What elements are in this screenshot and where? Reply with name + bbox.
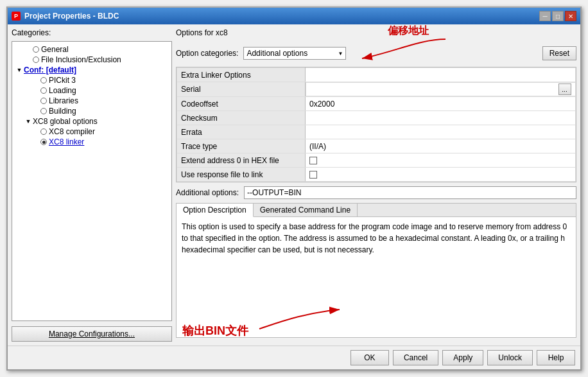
apply-button[interactable]: Apply	[442, 350, 483, 365]
help-button[interactable]: Help	[537, 350, 575, 365]
description-content: This option is used to specify a base ad…	[177, 217, 576, 337]
tree-radio-libraries	[40, 98, 47, 104]
window-title: Project Properties - BLDC	[24, 12, 119, 21]
ok-button[interactable]: OK	[350, 350, 389, 365]
categories-label: Categories:	[12, 28, 172, 37]
tree-radio-file-inclusion	[33, 57, 39, 63]
expand-conf: ▼	[15, 66, 24, 75]
tree-label-libraries: Libraries	[49, 96, 78, 105]
expand-placeholder-xc8l	[31, 137, 40, 146]
left-panel: Categories: General File Inclusion/Exclu…	[12, 28, 172, 342]
extend-addr-checkbox[interactable]	[309, 157, 317, 164]
expand-placeholder-p3	[31, 76, 40, 85]
content-area: Categories: General File Inclusion/Exclu…	[8, 24, 580, 346]
desc-tabs: Option Description Generated Command Lin…	[177, 204, 576, 217]
options-table: Extra Linker Options Serial ... Codeoffs…	[176, 67, 576, 182]
extend-addr-checkbox-cell	[309, 157, 571, 164]
table-row-response-file: Use response file to link	[177, 168, 576, 182]
dropdown-value: Additional options	[246, 49, 307, 58]
tree-label-xc8-global: XC8 global options	[33, 117, 98, 126]
tree-item-file-inclusion[interactable]: File Inclusion/Exclusion	[13, 55, 170, 65]
close-button[interactable]: ✕	[565, 11, 576, 21]
main-window: P Project Properties - BLDC ─ □ ✕ Catego…	[6, 6, 582, 371]
options-for-title: Options for xc8	[176, 28, 576, 37]
bottom-bar: OK Cancel Apply Unlock Help	[8, 346, 580, 369]
expand-placeholder	[24, 45, 33, 54]
tree-item-conf-default[interactable]: ▼ Conf: [default]	[13, 65, 170, 75]
row-label-response-file: Use response file to link	[177, 168, 306, 182]
expand-placeholder-bu	[31, 107, 40, 116]
row-value-extra-linker[interactable]	[306, 68, 576, 82]
row-value-checksum[interactable]	[306, 111, 576, 125]
row-value-errata[interactable]	[306, 125, 576, 139]
tree-radio-general	[33, 46, 39, 53]
row-label-errata: Errata	[177, 125, 306, 139]
tree-label-loading: Loading	[49, 86, 76, 95]
tree-radio-pickit3	[40, 77, 47, 83]
row-label-extend-addr: Extend address 0 in HEX file	[177, 153, 306, 168]
tree-radio-building	[40, 108, 47, 114]
tree-label-pickit3: PICkit 3	[49, 76, 76, 85]
tree-item-loading[interactable]: Loading	[13, 85, 170, 96]
serial-browse-button[interactable]: ...	[558, 83, 571, 95]
table-row-extend-addr: Extend address 0 in HEX file	[177, 153, 576, 168]
table-row-checksum: Checksum	[177, 111, 576, 125]
row-label-trace-type: Trace type	[177, 139, 306, 153]
additional-options-input[interactable]	[244, 186, 576, 199]
expand-xc8: ▼	[24, 117, 33, 126]
table-row-errata: Errata	[177, 125, 576, 139]
tree-label-general: General	[41, 45, 69, 54]
codeoffset-input[interactable]	[309, 100, 571, 109]
expand-placeholder-fi	[24, 55, 33, 64]
window-icon: P	[12, 12, 21, 21]
title-bar: P Project Properties - BLDC ─ □ ✕	[8, 8, 580, 24]
table-row-codeoffset: Codeoffset	[177, 97, 576, 111]
expand-placeholder-lib	[31, 96, 40, 105]
response-file-checkbox[interactable]	[309, 171, 317, 179]
tab-option-description[interactable]: Option Description	[177, 204, 254, 217]
manage-configurations-button[interactable]: Manage Configurations...	[12, 326, 172, 342]
title-controls: ─ □ ✕	[539, 11, 576, 21]
unlock-button[interactable]: Unlock	[487, 350, 533, 365]
row-label-checksum: Checksum	[177, 111, 306, 125]
expand-placeholder-lo	[31, 86, 40, 95]
tree-container[interactable]: General File Inclusion/Exclusion ▼ Conf:…	[12, 41, 172, 321]
option-categories-row: Option categories: Additional options ▼ …	[176, 46, 576, 60]
table-row-trace-type: Trace type (II/A)	[177, 139, 576, 153]
expand-placeholder-xc8c	[31, 127, 40, 136]
tree-label-xc8-linker: XC8 linker	[49, 137, 84, 146]
row-label-extra-linker: Extra Linker Options	[177, 68, 306, 82]
title-bar-left: P Project Properties - BLDC	[12, 12, 119, 21]
annotation-output-bin: 输出BIN文件	[182, 323, 248, 338]
row-value-codeoffset[interactable]	[306, 97, 576, 111]
tree-item-libraries[interactable]: Libraries	[13, 96, 170, 106]
tab-generated-command-line[interactable]: Generated Command Line	[254, 204, 358, 216]
tree-item-general[interactable]: General	[13, 44, 170, 55]
row-label-serial: Serial	[177, 82, 306, 97]
option-categories-dropdown[interactable]: Additional options ▼	[243, 47, 346, 60]
table-row-serial: Serial ...	[177, 82, 576, 97]
row-value-serial: ...	[306, 82, 576, 96]
annotation-offset-address: 偏移地址	[388, 24, 429, 38]
additional-options-label: Additional options:	[176, 188, 239, 197]
row-label-codeoffset: Codeoffset	[177, 97, 306, 111]
response-file-checkbox-cell	[309, 171, 571, 179]
maximize-button[interactable]: □	[552, 11, 564, 21]
tree-item-building[interactable]: Building	[13, 106, 170, 116]
tree-radio-xc8-linker	[40, 139, 47, 145]
tree-item-xc8-compiler[interactable]: XC8 compiler	[13, 127, 170, 137]
additional-options-row: Additional options:	[176, 186, 576, 199]
minimize-button[interactable]: ─	[539, 11, 551, 21]
table-row-extra-linker: Extra Linker Options	[177, 68, 576, 82]
reset-button[interactable]: Reset	[542, 46, 576, 60]
row-value-response-file	[306, 168, 576, 182]
tree-label-building: Building	[49, 107, 76, 116]
tree-label-file-inclusion: File Inclusion/Exclusion	[41, 55, 121, 64]
cancel-button[interactable]: Cancel	[393, 350, 438, 365]
row-value-extend-addr	[306, 153, 576, 168]
row-value-trace-type[interactable]: (II/A)	[306, 139, 576, 153]
tree-item-xc8-global[interactable]: ▼ XC8 global options	[13, 116, 170, 127]
right-panel: Options for xc8 偏移地址 Option categories:	[176, 28, 576, 342]
tree-item-pickit3[interactable]: PICkit 3	[13, 75, 170, 85]
tree-item-xc8-linker[interactable]: XC8 linker	[13, 137, 170, 147]
